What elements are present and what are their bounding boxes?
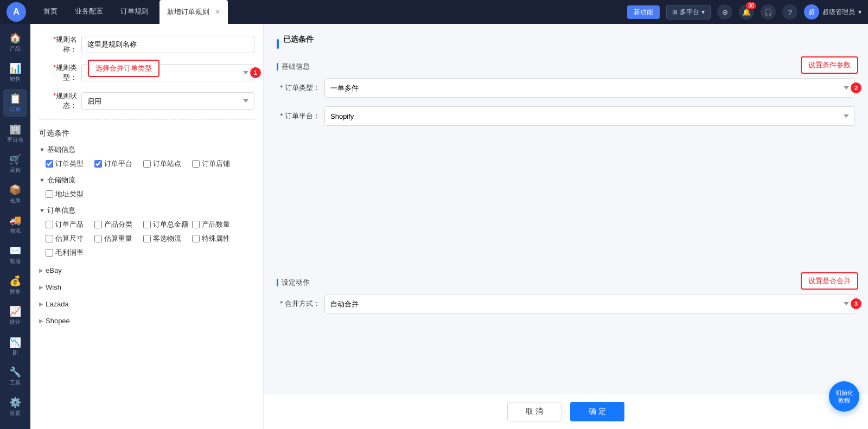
order-platform-select[interactable]: Shopify Amazon eBay bbox=[324, 106, 855, 126]
platform-chevron-icon: ▾ bbox=[701, 8, 705, 16]
checkbox-estimate-weight[interactable]: 估算重量 bbox=[94, 234, 143, 244]
init-tutorial-button[interactable]: 初始化教程 bbox=[829, 381, 859, 412]
step-badge-3: 3 bbox=[851, 298, 861, 309]
top-nav: A 首页 业务配置 订单规则 新增订单规则 ✕ 新功能 ⊞ 多平台 ▾ ⊕ 🔔 … bbox=[0, 0, 868, 24]
checkbox-customer-logistics[interactable]: 客选物流 bbox=[143, 234, 192, 244]
confirm-button[interactable]: 确 定 bbox=[570, 402, 624, 421]
callout-set-condition-params: 设置条件参数 bbox=[801, 56, 858, 74]
headset-icon[interactable]: 🎧 bbox=[761, 4, 776, 20]
sidebar-label-finance: 财务 bbox=[10, 288, 21, 296]
collapse-lazada: ▶ Lazada bbox=[39, 298, 254, 310]
checkbox-product-qty[interactable]: 产品数量 bbox=[192, 220, 241, 229]
order-type-row: * 订单类型： 一单多件 一单一件 全部 2 bbox=[277, 78, 855, 98]
warehouse-icon: 📦 bbox=[9, 184, 21, 196]
cancel-button[interactable]: 取 消 bbox=[507, 402, 561, 421]
platform-selector[interactable]: ⊞ 多平台 ▾ bbox=[666, 5, 711, 20]
sales-icon: 📊 bbox=[9, 62, 21, 74]
question-icon[interactable]: ? bbox=[782, 4, 797, 20]
checkbox-order-type-input[interactable] bbox=[46, 160, 53, 168]
sidebar-label-settings: 设置 bbox=[10, 409, 21, 417]
checkbox-address-type-input[interactable] bbox=[46, 190, 53, 198]
checkbox-estimate-size-input[interactable] bbox=[46, 235, 53, 242]
sidebar-item-tools[interactable]: 🔧 工具 bbox=[3, 362, 27, 390]
checkbox-gross-margin[interactable]: 毛利润率 bbox=[46, 248, 94, 258]
sidebar-item-platform-warehouse[interactable]: 🏢 平台仓 bbox=[3, 119, 27, 148]
help-center-icon[interactable]: ⊕ bbox=[717, 4, 732, 20]
group-header-warehouse[interactable]: ▼ 仓储物流 bbox=[39, 175, 254, 185]
right-wrapper: 已选条件 基础信息 设置条件参数 * bbox=[264, 24, 868, 429]
sidebar-item-statistics[interactable]: 📈 统计 bbox=[3, 302, 27, 330]
checkbox-gross-margin-input[interactable] bbox=[46, 249, 53, 257]
warehouse-checkboxes: 地址类型 bbox=[39, 189, 254, 199]
nav-order-rules[interactable]: 订单规则 bbox=[112, 0, 157, 24]
checkbox-estimate-weight-input[interactable] bbox=[94, 235, 102, 242]
group-header-order-info[interactable]: ▼ 订单信息 bbox=[39, 206, 254, 215]
sidebar-item-order[interactable]: 📋 订单 bbox=[3, 89, 27, 117]
checkbox-estimate-size[interactable]: 估算尺寸 bbox=[46, 234, 94, 244]
rule-name-input[interactable] bbox=[81, 36, 254, 53]
checkbox-product-category-input[interactable] bbox=[94, 221, 102, 228]
user-name: 超级管理员 bbox=[822, 8, 855, 17]
group-title-order-info: 订单信息 bbox=[47, 206, 75, 215]
group-header-basic-info[interactable]: ▼ 基础信息 bbox=[39, 145, 254, 155]
tab-close-icon[interactable]: ✕ bbox=[215, 8, 220, 16]
sidebar-item-product[interactable]: 🏠 产品 bbox=[3, 28, 27, 56]
checkbox-order-total-input[interactable] bbox=[143, 221, 151, 228]
checkbox-order-store[interactable]: 订单店铺 bbox=[192, 159, 241, 169]
sidebar-item-sales[interactable]: 📊 销售 bbox=[3, 59, 27, 87]
order-type-select[interactable]: 一单多件 一单一件 全部 bbox=[324, 78, 855, 98]
nav-tab-new-order-rule[interactable]: 新增订单规则 ✕ bbox=[159, 0, 228, 24]
merge-type-label: * 合并方式： bbox=[277, 299, 320, 309]
checkbox-order-type[interactable]: 订单类型 bbox=[46, 159, 94, 169]
user-avatar: 超 bbox=[804, 4, 819, 20]
right-scroll: 已选条件 基础信息 设置条件参数 * bbox=[264, 24, 868, 394]
sidebar-item-warehouse[interactable]: 📦 仓库 bbox=[3, 180, 27, 208]
collapse-label-shopee: Shopee bbox=[46, 317, 70, 325]
sidebar-item-settings[interactable]: ⚙️ 设置 bbox=[3, 393, 27, 421]
product-icon: 🏠 bbox=[9, 32, 21, 44]
step-badge-2: 2 bbox=[851, 82, 861, 93]
checkbox-product-category[interactable]: 产品分类 bbox=[94, 220, 143, 229]
checkbox-product-qty-input[interactable] bbox=[192, 221, 200, 228]
user-info[interactable]: 超 超级管理员 ▾ bbox=[804, 4, 861, 20]
step-badge-1: 1 bbox=[250, 67, 261, 78]
collapse-header-lazada[interactable]: ▶ Lazada bbox=[39, 298, 254, 310]
rule-status-select[interactable]: 启用 禁用 bbox=[81, 92, 254, 110]
condition-group-basic-info: ▼ 基础信息 订单类型 订单平台 bbox=[39, 145, 254, 169]
checkbox-address-type[interactable]: 地址类型 bbox=[46, 189, 94, 199]
collapse-header-ebay[interactable]: ▶ eBay bbox=[39, 264, 254, 277]
sidebar-label-customer-service: 客服 bbox=[10, 258, 21, 265]
checkbox-order-platform[interactable]: 订单平台 bbox=[94, 159, 143, 169]
sidebar-item-finance[interactable]: 💰 财务 bbox=[3, 271, 27, 299]
new-feature-button[interactable]: 新功能 bbox=[627, 5, 660, 19]
checkbox-customer-logistics-input[interactable] bbox=[143, 235, 151, 242]
order-type-label: * 订单类型： bbox=[277, 83, 320, 93]
platform-warehouse-icon: 🏢 bbox=[9, 123, 21, 135]
optional-conditions-title: 可选条件 bbox=[39, 129, 254, 138]
sidebar-label-bi: BI bbox=[12, 350, 17, 356]
sidebar-item-customer-service[interactable]: ✉️ 客服 bbox=[3, 241, 27, 269]
checkbox-order-site-input[interactable] bbox=[143, 160, 151, 168]
collapse-header-shopee[interactable]: ▶ Shopee bbox=[39, 315, 254, 327]
collapse-header-wish[interactable]: ▶ Wish bbox=[39, 281, 254, 293]
tools-icon: 🔧 bbox=[9, 366, 21, 378]
sidebar-item-purchase[interactable]: 🛒 采购 bbox=[3, 150, 27, 178]
merge-type-select[interactable]: 自动合并 手动合并 bbox=[324, 294, 855, 313]
condition-group-warehouse: ▼ 仓储物流 地址类型 bbox=[39, 175, 254, 199]
checkbox-order-total[interactable]: 订单总金额 bbox=[143, 220, 192, 229]
checkbox-order-product-input[interactable] bbox=[46, 221, 53, 228]
checkbox-order-product[interactable]: 订单产品 bbox=[46, 220, 94, 229]
checkbox-special-attr-input[interactable] bbox=[192, 235, 200, 242]
checkbox-order-platform-input[interactable] bbox=[94, 160, 102, 168]
order-platform-label: * 订单平台： bbox=[277, 111, 320, 121]
nav-home[interactable]: 首页 bbox=[35, 0, 66, 24]
sidebar-item-bi[interactable]: 📉 BI bbox=[3, 332, 27, 360]
sidebar-item-logistics[interactable]: 🚚 物流 bbox=[3, 210, 27, 239]
notification-bell-icon[interactable]: 🔔 38 bbox=[739, 4, 754, 20]
nav-biz-config[interactable]: 业务配置 bbox=[66, 0, 112, 24]
sidebar-label-product: 产品 bbox=[10, 45, 21, 53]
checkbox-special-attr[interactable]: 特殊属性 bbox=[192, 234, 241, 244]
collapse-ebay: ▶ eBay bbox=[39, 264, 254, 277]
checkbox-order-store-input[interactable] bbox=[192, 160, 200, 168]
checkbox-order-site[interactable]: 订单站点 bbox=[143, 159, 192, 169]
